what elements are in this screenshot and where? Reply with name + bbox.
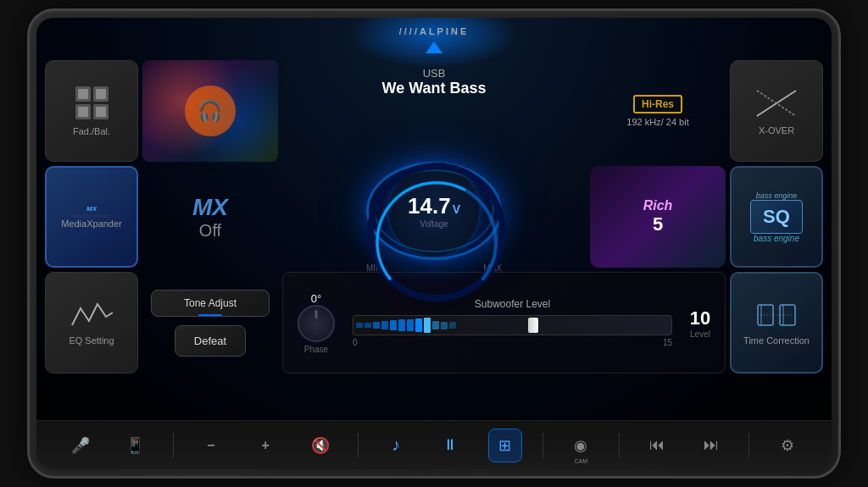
music-button[interactable]: ♪: [379, 429, 413, 462]
mute-icon: 🔇: [311, 436, 330, 455]
next-icon: ⏭: [704, 436, 719, 454]
phase-knob-area: 0° Phase: [287, 276, 346, 369]
mic-button[interactable]: 🎤: [64, 429, 97, 462]
rich-widget[interactable]: Rich 5: [590, 166, 726, 268]
grid-icon: ⊞: [498, 436, 511, 455]
album-art-widget[interactable]: 🎧: [142, 60, 278, 162]
dj-figure: 🎧: [185, 86, 236, 136]
settings-icon: ⚙: [781, 436, 794, 455]
mx-sub: MediaXpander: [72, 213, 111, 219]
mute-button[interactable]: 🔇: [303, 429, 337, 462]
camera-button[interactable]: ◉ CAM: [564, 429, 598, 462]
bottom-bar: 🎤 📱 − + 🔇 ♪ ⏸ ⊞ ◉ CAM ⏮: [36, 420, 832, 469]
fad-bal-label: Fad./Bal.: [73, 126, 110, 136]
volume-knob[interactable]: 14.7 V Voltage: [366, 162, 502, 260]
media-xpander-widget[interactable]: MX MediaXpander MediaXpander: [45, 166, 138, 268]
hi-res-badge: Hi-Res: [633, 95, 682, 113]
bass-engine-widget[interactable]: bass engine SQ bass engine: [730, 166, 823, 268]
music-icon: ♪: [392, 435, 400, 455]
tone-adjust-button[interactable]: Tone Adjust: [151, 290, 270, 317]
song-info: USB We Want Bass: [282, 60, 586, 162]
slider-min: 0: [353, 338, 358, 347]
knob-svg: [364, 160, 509, 304]
volume-down-button[interactable]: −: [194, 429, 228, 462]
x-over-widget[interactable]: X-OVER: [730, 60, 823, 162]
cam-label: CAM: [574, 458, 587, 464]
level-value: 10: [690, 307, 710, 329]
plus-icon: +: [262, 438, 270, 453]
slider-max: 15: [663, 338, 672, 347]
sq-badge: SQ: [750, 200, 803, 234]
rich-label: Rich: [643, 198, 673, 213]
mx-text: MX: [192, 194, 228, 221]
hi-res-widget: Hi-Res 192 kHz/ 24 bit: [590, 60, 726, 162]
slider-track[interactable]: [353, 315, 672, 335]
bass-engine-top: bass engine: [756, 191, 798, 200]
minus-icon: −: [207, 438, 214, 453]
media-xpander-label: MediaXpander: [61, 219, 122, 229]
fad-bal-icon: [75, 86, 108, 119]
level-label: Level: [690, 329, 710, 339]
settings-button[interactable]: ⚙: [771, 429, 804, 462]
time-correction-widget[interactable]: Time Correction: [730, 272, 823, 374]
mx-off-widget[interactable]: MX Off: [142, 166, 278, 268]
time-correction-label: Time Correction: [743, 335, 810, 346]
phone-button[interactable]: 📱: [118, 429, 152, 462]
mx-brand: MX: [86, 205, 97, 213]
volume-up-button[interactable]: +: [248, 429, 282, 462]
eq-icon: [70, 300, 113, 330]
bar-sep-3: [542, 433, 543, 458]
level-area: 10 Level: [679, 276, 721, 369]
album-dj: 🎧: [142, 60, 278, 162]
tone-defeat-panel: Tone Adjust Defeat: [142, 272, 278, 374]
source-label: USB: [423, 67, 446, 80]
next-track-button[interactable]: ⏭: [694, 429, 728, 462]
bar-sep-4: [619, 433, 620, 458]
eq-setting-widget[interactable]: EQ Setting: [45, 272, 138, 374]
slider-bars: [353, 316, 671, 335]
phase-degree: 0°: [311, 292, 321, 305]
slider-labels: 0 15: [353, 338, 672, 347]
bar-sep-2: [358, 433, 359, 458]
prev-track-button[interactable]: ⏮: [640, 429, 674, 462]
main-content-grid: Fad./Bal. 🎧 USB We Want Bass Hi-Res 192 …: [45, 60, 823, 416]
top-arrow-indicator: [426, 42, 442, 53]
phase-knob[interactable]: [298, 305, 335, 342]
rich-value: 5: [653, 213, 663, 235]
mx-status: Off: [199, 221, 221, 241]
phase-label: Phase: [304, 345, 328, 354]
camera-icon: ◉: [574, 436, 587, 455]
phone-icon: 📱: [125, 436, 144, 455]
grid-button[interactable]: ⊞: [488, 429, 522, 462]
device-frame: ////ALPINE Fad./Bal. 🎧: [27, 8, 841, 479]
volume-knob-area[interactable]: 14.7 V Voltage MIN MAX: [282, 166, 586, 268]
slider-thumb: [528, 318, 538, 333]
x-over-icon: [755, 86, 798, 120]
eq-setting-label: EQ Setting: [69, 335, 114, 346]
mic-icon: 🎤: [71, 436, 90, 455]
pause-icon: ⏸: [442, 436, 458, 454]
screen: ////ALPINE Fad./Bal. 🎧: [36, 18, 832, 420]
rich-overlay: Rich 5: [590, 166, 726, 268]
bass-engine-bottom: bass engine: [754, 234, 799, 243]
hi-res-spec: 192 kHz/ 24 bit: [626, 117, 688, 127]
bar-sep-5: [748, 433, 749, 458]
song-title: We Want Bass: [381, 80, 486, 97]
alpine-logo: ////ALPINE: [399, 26, 470, 36]
time-correction-icon: [756, 300, 797, 330]
pause-button[interactable]: ⏸: [433, 429, 467, 462]
prev-icon: ⏮: [649, 436, 665, 454]
x-over-label: X-OVER: [759, 125, 794, 136]
bar-sep-1: [173, 433, 174, 458]
defeat-button[interactable]: Defeat: [175, 325, 246, 357]
fad-bal-widget[interactable]: Fad./Bal.: [45, 60, 138, 162]
